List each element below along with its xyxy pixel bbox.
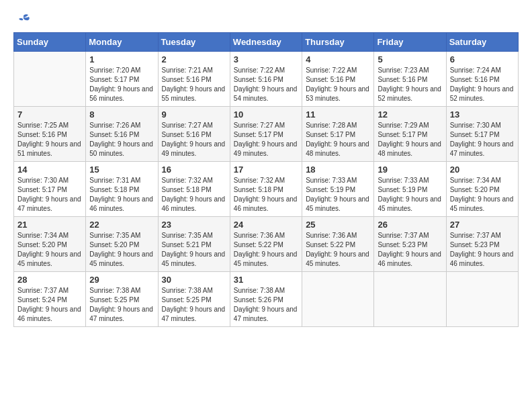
day-header-friday: Friday [374, 33, 446, 52]
calendar-cell: 1Sunrise: 7:20 AMSunset: 5:17 PMDaylight… [86, 52, 158, 107]
day-header-wednesday: Wednesday [230, 33, 302, 52]
calendar-cell: 14Sunrise: 7:30 AMSunset: 5:17 PMDayligh… [14, 162, 86, 217]
day-header-sunday: Sunday [14, 33, 86, 52]
calendar-cell: 12Sunrise: 7:29 AMSunset: 5:17 PMDayligh… [374, 107, 446, 162]
calendar-cell: 10Sunrise: 7:27 AMSunset: 5:17 PMDayligh… [230, 107, 302, 162]
day-number: 27 [450, 220, 515, 230]
day-info: Sunrise: 7:32 AMSunset: 5:18 PMDaylight:… [162, 176, 226, 214]
day-info: Sunrise: 7:20 AMSunset: 5:17 PMDaylight:… [89, 66, 154, 103]
calendar-week-2: 7Sunrise: 7:25 AMSunset: 5:16 PMDaylight… [14, 107, 519, 162]
calendar-header-row: SundayMondayTuesdayWednesdayThursdayFrid… [14, 33, 519, 52]
day-info: Sunrise: 7:36 AMSunset: 5:22 PMDaylight:… [306, 231, 370, 269]
day-info: Sunrise: 7:38 AMSunset: 5:25 PMDaylight:… [89, 286, 154, 324]
calendar-cell [446, 272, 518, 327]
day-number: 13 [450, 109, 515, 120]
calendar-cell: 21Sunrise: 7:34 AMSunset: 5:20 PMDayligh… [14, 217, 86, 272]
day-number: 17 [234, 165, 298, 175]
calendar-cell: 16Sunrise: 7:32 AMSunset: 5:18 PMDayligh… [158, 162, 230, 217]
page-header [13, 13, 519, 26]
calendar-week-5: 28Sunrise: 7:37 AMSunset: 5:24 PMDayligh… [14, 272, 519, 327]
day-number: 30 [162, 275, 226, 285]
day-info: Sunrise: 7:26 AMSunset: 5:16 PMDaylight:… [89, 121, 154, 158]
calendar-cell: 20Sunrise: 7:34 AMSunset: 5:20 PMDayligh… [446, 162, 518, 217]
calendar-week-1: 1Sunrise: 7:20 AMSunset: 5:17 PMDaylight… [14, 52, 519, 107]
calendar-cell [374, 272, 446, 327]
day-header-saturday: Saturday [446, 33, 518, 52]
day-info: Sunrise: 7:24 AMSunset: 5:16 PMDaylight:… [450, 66, 515, 103]
calendar-cell: 18Sunrise: 7:33 AMSunset: 5:19 PMDayligh… [302, 162, 374, 217]
calendar-cell: 17Sunrise: 7:32 AMSunset: 5:18 PMDayligh… [230, 162, 302, 217]
calendar-cell: 19Sunrise: 7:33 AMSunset: 5:19 PMDayligh… [374, 162, 446, 217]
calendar-cell: 25Sunrise: 7:36 AMSunset: 5:22 PMDayligh… [302, 217, 374, 272]
day-info: Sunrise: 7:35 AMSunset: 5:20 PMDaylight:… [89, 231, 154, 269]
calendar-cell: 11Sunrise: 7:28 AMSunset: 5:17 PMDayligh… [302, 107, 374, 162]
day-info: Sunrise: 7:28 AMSunset: 5:17 PMDaylight:… [306, 121, 370, 158]
calendar-cell: 31Sunrise: 7:38 AMSunset: 5:26 PMDayligh… [230, 272, 302, 327]
day-number: 24 [234, 220, 298, 230]
day-number: 9 [162, 109, 226, 120]
calendar-cell: 2Sunrise: 7:21 AMSunset: 5:16 PMDaylight… [158, 52, 230, 107]
day-info: Sunrise: 7:22 AMSunset: 5:16 PMDaylight:… [306, 66, 370, 103]
day-number: 23 [162, 220, 226, 230]
day-info: Sunrise: 7:32 AMSunset: 5:18 PMDaylight:… [234, 176, 298, 214]
day-number: 29 [89, 275, 154, 285]
day-header-thursday: Thursday [302, 33, 374, 52]
calendar-cell: 3Sunrise: 7:22 AMSunset: 5:16 PMDaylight… [230, 52, 302, 107]
day-info: Sunrise: 7:37 AMSunset: 5:23 PMDaylight:… [450, 231, 515, 269]
calendar-cell: 9Sunrise: 7:27 AMSunset: 5:16 PMDaylight… [158, 107, 230, 162]
calendar-cell: 30Sunrise: 7:38 AMSunset: 5:25 PMDayligh… [158, 272, 230, 327]
day-number: 12 [378, 109, 442, 120]
day-number: 21 [17, 220, 82, 230]
day-number: 25 [306, 220, 370, 230]
day-header-tuesday: Tuesday [158, 33, 230, 52]
day-info: Sunrise: 7:21 AMSunset: 5:16 PMDaylight:… [162, 66, 226, 103]
calendar-cell: 8Sunrise: 7:26 AMSunset: 5:16 PMDaylight… [86, 107, 158, 162]
day-number: 4 [306, 54, 370, 64]
logo-bird-icon [16, 13, 31, 26]
day-info: Sunrise: 7:38 AMSunset: 5:26 PMDaylight:… [234, 286, 298, 324]
day-number: 28 [17, 275, 82, 285]
day-number: 15 [89, 165, 154, 175]
day-info: Sunrise: 7:37 AMSunset: 5:23 PMDaylight:… [378, 231, 442, 269]
day-number: 7 [17, 109, 82, 120]
day-number: 1 [89, 54, 154, 64]
day-number: 26 [378, 220, 442, 230]
day-info: Sunrise: 7:29 AMSunset: 5:17 PMDaylight:… [378, 121, 442, 158]
calendar-cell: 29Sunrise: 7:38 AMSunset: 5:25 PMDayligh… [86, 272, 158, 327]
day-header-monday: Monday [86, 33, 158, 52]
day-number: 8 [89, 109, 154, 120]
day-number: 5 [378, 54, 442, 64]
day-number: 10 [234, 109, 298, 120]
day-info: Sunrise: 7:27 AMSunset: 5:17 PMDaylight:… [234, 121, 298, 158]
day-number: 14 [17, 165, 82, 175]
calendar-cell: 7Sunrise: 7:25 AMSunset: 5:16 PMDaylight… [14, 107, 86, 162]
day-number: 6 [450, 54, 515, 64]
day-number: 31 [234, 275, 298, 285]
day-number: 22 [89, 220, 154, 230]
calendar-week-3: 14Sunrise: 7:30 AMSunset: 5:17 PMDayligh… [14, 162, 519, 217]
day-info: Sunrise: 7:35 AMSunset: 5:21 PMDaylight:… [162, 231, 226, 269]
day-number: 11 [306, 109, 370, 120]
calendar-cell: 4Sunrise: 7:22 AMSunset: 5:16 PMDaylight… [302, 52, 374, 107]
day-info: Sunrise: 7:33 AMSunset: 5:19 PMDaylight:… [306, 176, 370, 214]
day-info: Sunrise: 7:34 AMSunset: 5:20 PMDaylight:… [450, 176, 515, 214]
day-info: Sunrise: 7:30 AMSunset: 5:17 PMDaylight:… [450, 121, 515, 158]
day-info: Sunrise: 7:33 AMSunset: 5:19 PMDaylight:… [378, 176, 442, 214]
day-info: Sunrise: 7:25 AMSunset: 5:16 PMDaylight:… [17, 121, 82, 158]
day-info: Sunrise: 7:31 AMSunset: 5:18 PMDaylight:… [89, 176, 154, 214]
calendar-cell: 23Sunrise: 7:35 AMSunset: 5:21 PMDayligh… [158, 217, 230, 272]
calendar-cell: 27Sunrise: 7:37 AMSunset: 5:23 PMDayligh… [446, 217, 518, 272]
calendar-cell: 15Sunrise: 7:31 AMSunset: 5:18 PMDayligh… [86, 162, 158, 217]
calendar-cell: 6Sunrise: 7:24 AMSunset: 5:16 PMDaylight… [446, 52, 518, 107]
calendar-cell: 13Sunrise: 7:30 AMSunset: 5:17 PMDayligh… [446, 107, 518, 162]
day-info: Sunrise: 7:30 AMSunset: 5:17 PMDaylight:… [17, 176, 82, 214]
calendar-cell: 22Sunrise: 7:35 AMSunset: 5:20 PMDayligh… [86, 217, 158, 272]
calendar-cell: 5Sunrise: 7:23 AMSunset: 5:16 PMDaylight… [374, 52, 446, 107]
calendar-table: SundayMondayTuesdayWednesdayThursdayFrid… [13, 32, 519, 327]
calendar-cell: 28Sunrise: 7:37 AMSunset: 5:24 PMDayligh… [14, 272, 86, 327]
calendar-cell: 24Sunrise: 7:36 AMSunset: 5:22 PMDayligh… [230, 217, 302, 272]
day-info: Sunrise: 7:34 AMSunset: 5:20 PMDaylight:… [17, 231, 82, 269]
day-info: Sunrise: 7:37 AMSunset: 5:24 PMDaylight:… [17, 286, 82, 324]
day-info: Sunrise: 7:22 AMSunset: 5:16 PMDaylight:… [234, 66, 298, 103]
day-info: Sunrise: 7:23 AMSunset: 5:16 PMDaylight:… [378, 66, 442, 103]
